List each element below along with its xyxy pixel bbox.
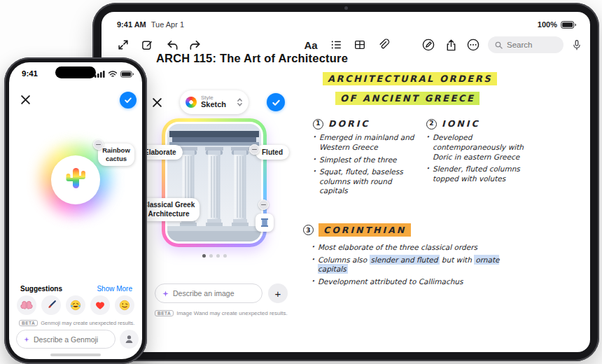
corinthian-columns-image [167, 124, 261, 241]
describe-genmoji-field[interactable] [16, 330, 115, 349]
rainbow-cactus-emoji [62, 164, 90, 192]
style-selector[interactable]: Style Sketch [180, 90, 248, 114]
generated-image-card[interactable] [162, 118, 267, 247]
genmoji-beta-note: BETA Genmoji may create unexpected resul… [19, 320, 134, 326]
ionic-section: 2 IONIC Developed contemporaneously with… [426, 118, 541, 186]
collapse-icon[interactable] [115, 37, 131, 52]
beta-badge: BETA [19, 320, 38, 326]
paperclip-icon[interactable] [376, 37, 391, 52]
iphone-device: 9:41 Rainbow cactus Sugges [4, 57, 147, 364]
ipad-front-camera [344, 6, 348, 10]
battery-icon [120, 71, 134, 78]
style-value: Sketch [201, 101, 232, 109]
redo-icon[interactable] [187, 37, 202, 52]
ipad-device: 9:41 AM Tue Apr 1 100% Aa ARCH 115: The … [92, 3, 599, 361]
section-title: DORIC [328, 118, 370, 130]
describe-image-field[interactable] [155, 284, 262, 303]
ipad-status-time: 9:41 AM [117, 20, 146, 29]
confirm-image-button[interactable] [267, 93, 285, 111]
home-indicator [50, 354, 101, 356]
tag-classical-greek-architecture[interactable]: Classical Greek Architecture [138, 198, 200, 221]
suggestion-paintbrush[interactable] [41, 295, 61, 315]
add-button[interactable]: + [268, 284, 288, 303]
beta-text: Genmoji may create unexpected results. [41, 320, 134, 326]
beta-badge: BETA [155, 310, 174, 316]
circled-number: 2 [426, 119, 437, 130]
search-icon [494, 41, 503, 50]
ipad-status-date: Tue Apr 1 [151, 20, 184, 29]
style-palette-icon [186, 97, 197, 108]
corinthian-header: 3 CORINTHIAN [303, 223, 411, 240]
section-title: IONIC [442, 118, 480, 130]
remove-tag-icon[interactable] [249, 144, 260, 155]
suggestion-row [17, 295, 134, 315]
tag-rainbow-cactus[interactable]: Rainbow cactus [98, 144, 134, 166]
text-format-icon[interactable]: Aa [303, 37, 318, 52]
suggestion-laughing-face[interactable] [66, 295, 85, 315]
mic-icon[interactable] [569, 37, 584, 52]
close-icon[interactable] [152, 97, 162, 108]
doric-section: 1 DORIC Emerged in mainland and Western … [313, 118, 422, 199]
note-title: ARCH 115: The Art of Architecture [156, 52, 348, 65]
handwritten-heading-1: ARCHITECTURAL ORDERS [323, 74, 497, 84]
ionic-bullet: Slender, fluted columns topped with volu… [426, 164, 541, 183]
close-icon[interactable] [20, 94, 31, 105]
confirm-genmoji-button[interactable] [120, 92, 136, 108]
battery-icon [561, 21, 576, 29]
beta-text: Image Wand may create unexpected results… [176, 310, 287, 316]
wifi-icon [108, 71, 118, 78]
cellular-signal-icon [94, 71, 105, 78]
suggestion-zany-face[interactable] [115, 295, 134, 315]
search-input[interactable] [507, 41, 556, 49]
show-more-link[interactable]: Show More [97, 285, 132, 293]
ipad-screen: 9:41 AM Tue Apr 1 100% Aa ARCH 115: The … [102, 12, 590, 352]
undo-icon[interactable] [164, 37, 180, 52]
section-title: CORINTHIAN [318, 223, 411, 237]
iphone-status-icons [94, 71, 134, 78]
iphone-screen: 9:41 Rainbow cactus Sugges [9, 62, 142, 359]
doric-bullet: Emerged in mainland and Western Greece [313, 133, 422, 152]
handwritten-heading-2: OF ANCIENT GREECE [335, 93, 479, 104]
circled-number: 3 [303, 225, 314, 235]
corinthian-bullet: Most elaborate of the three classical or… [312, 243, 506, 253]
ionic-header: 2 IONIC [426, 118, 541, 130]
battery-percent: 100% [538, 20, 557, 29]
chevron-up-down-icon [237, 97, 243, 107]
circled-number: 1 [313, 119, 323, 130]
doric-bullet: Simplest of the three [313, 155, 422, 165]
describe-genmoji-input[interactable] [34, 335, 108, 344]
tag-fluted[interactable]: Fluted [255, 145, 289, 160]
search-field[interactable] [488, 36, 564, 53]
remove-tag-icon[interactable] [258, 200, 269, 210]
suggestions-label: Suggestions [20, 285, 62, 293]
image-wand-beta-note: BETA Image Wand may create unexpected re… [155, 310, 288, 316]
ionic-bullet: Developed contemporaneously with Doric i… [426, 133, 541, 162]
remove-tag-icon[interactable] [93, 139, 104, 150]
person-picker-button[interactable] [120, 330, 139, 349]
ipad-status-bar-right: 100% [538, 20, 576, 29]
corinthian-bullet: Development attributed to Callimachus [312, 277, 506, 287]
ipad-status-bar-left: 9:41 AM Tue Apr 1 [117, 20, 184, 29]
suggestion-heart[interactable] [90, 295, 110, 315]
highlighted-phrase: slender and fluted [370, 255, 440, 265]
doric-header: 1 DORIC [313, 118, 422, 130]
iphone-status-time: 9:41 [22, 69, 38, 78]
sparkle-icon [162, 290, 169, 298]
more-icon[interactable] [465, 37, 481, 52]
dynamic-island [55, 66, 96, 78]
suggestion-brain[interactable] [17, 295, 36, 315]
sparkle-icon [23, 336, 30, 343]
corinthian-section: Most elaborate of the three classical or… [312, 243, 506, 290]
doric-bullet: Squat, fluted, baseless columns with rou… [313, 167, 422, 196]
share-icon[interactable] [443, 37, 458, 52]
table-icon[interactable] [352, 37, 368, 52]
corinthian-bullet: Columns also slender and fluted but with… [312, 255, 506, 274]
describe-image-input[interactable] [173, 289, 255, 298]
checklist-icon[interactable] [328, 37, 344, 52]
column-style-chip[interactable] [255, 214, 274, 232]
markup-icon[interactable] [421, 37, 436, 52]
compose-icon[interactable] [139, 37, 155, 52]
page-indicator [162, 254, 267, 258]
